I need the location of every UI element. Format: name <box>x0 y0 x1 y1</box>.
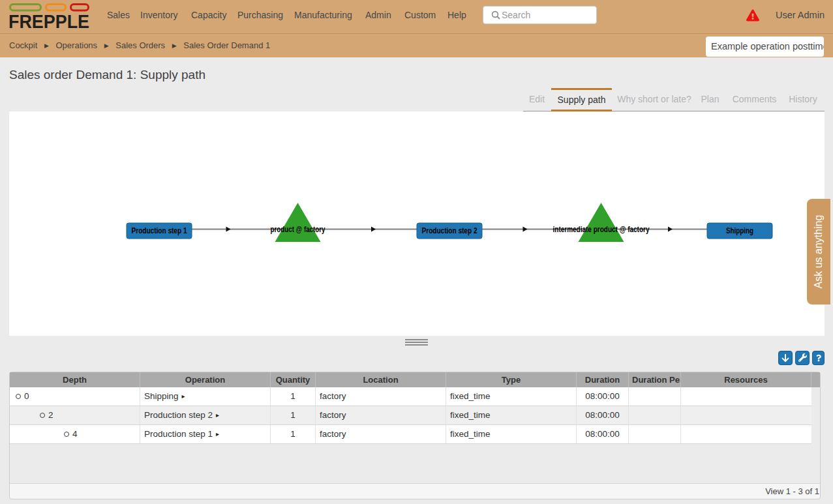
svg-text:Shipping: Shipping <box>726 226 753 235</box>
svg-text:product @ factory: product @ factory <box>271 225 326 234</box>
svg-text:FREPPLE: FREPPLE <box>8 10 89 30</box>
svg-text:Production step 1: Production step 1 <box>132 226 187 235</box>
svg-text:Production step 2: Production step 2 <box>422 226 477 235</box>
svg-text:intermediate product @ factory: intermediate product @ factory <box>553 225 650 234</box>
